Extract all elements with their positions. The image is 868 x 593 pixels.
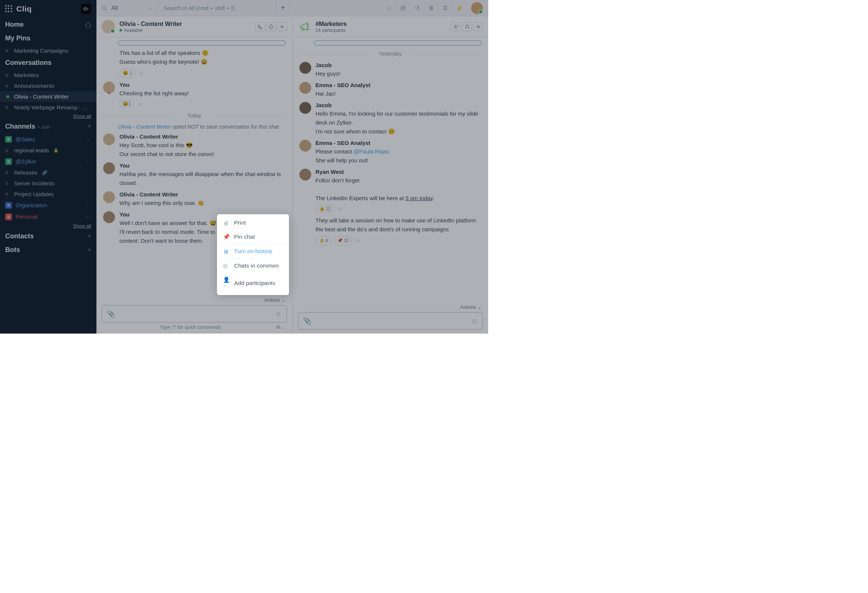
- ctx-add-participants[interactable]: 👤⁺Add participants: [217, 273, 289, 294]
- pin-item[interactable]: #Marketing Campaigns: [0, 45, 96, 56]
- message-avatar[interactable]: [299, 140, 311, 152]
- files-icon[interactable]: 🗎: [429, 3, 438, 13]
- chat-body-right[interactable]: YesterdayJacobHey guys!Emma - SEO Analys…: [293, 37, 489, 303]
- topbar: All ⌄ Search in All (cmd + shift + f) + …: [96, 0, 488, 16]
- message: JacobHey guys!: [299, 62, 482, 78]
- home-icon: [85, 22, 91, 28]
- brand-label: Cliq: [16, 4, 32, 13]
- attachment-preview[interactable]: [314, 40, 482, 46]
- chat-title: Olivia - Content Writer: [120, 21, 251, 27]
- actions-dropdown-left[interactable]: Actions ⌄: [96, 296, 292, 303]
- message-avatar[interactable]: [103, 191, 115, 203]
- message-author: You: [120, 81, 286, 88]
- message-avatar[interactable]: [103, 211, 115, 223]
- bell-button-right[interactable]: [462, 22, 472, 31]
- actions-dropdown-right[interactable]: Actions ⌄: [293, 303, 489, 310]
- close-pane-right[interactable]: ✕: [473, 22, 483, 31]
- attach-icon[interactable]: 📎: [107, 310, 115, 318]
- message-avatar[interactable]: [299, 62, 311, 74]
- conversation-item[interactable]: #Announcements: [0, 81, 96, 91]
- conversation-item[interactable]: Olivia - Content Writer: [0, 91, 96, 102]
- channel-item[interactable]: ⊞Organization⋯: [0, 199, 96, 211]
- conversations-show-all[interactable]: Show all: [0, 113, 96, 120]
- ctx-print[interactable]: 🖨Print: [217, 216, 289, 230]
- reaction-pill[interactable]: 😀1: [120, 100, 134, 107]
- emoji-icon[interactable]: ☺: [275, 310, 282, 318]
- add-reaction[interactable]: ☺: [136, 100, 144, 107]
- add-reaction[interactable]: ☺: [354, 237, 362, 244]
- conversation-item[interactable]: #Notely Webpage Revamp : …: [0, 102, 96, 113]
- reaction-pill[interactable]: 👌 8: [316, 236, 332, 245]
- attach-icon-right[interactable]: 📎: [303, 317, 311, 325]
- add-contact-icon[interactable]: +: [87, 232, 91, 240]
- channels-show-all[interactable]: Show all: [0, 222, 96, 230]
- channel-item[interactable]: ⊞Personal⋯: [0, 211, 96, 222]
- svg-point-1: [455, 25, 456, 27]
- emoji-icon-right[interactable]: ☺: [471, 317, 478, 325]
- channel-item[interactable]: ⊞@Sales⋯: [0, 134, 96, 145]
- compose-input-left[interactable]: 📎 ☺: [102, 305, 287, 323]
- ctx-chats-in-common[interactable]: ◎Chats in common: [217, 259, 289, 273]
- plug-icon[interactable]: ⚡: [457, 3, 466, 13]
- date-divider: Yesterday: [299, 51, 482, 57]
- message: Olivia - Content WriterWhy am I seeing t…: [103, 191, 286, 207]
- message-author: Jacob: [316, 62, 482, 68]
- call-button[interactable]: [255, 22, 265, 31]
- channel-item[interactable]: ⊞@Zylker⋯: [0, 156, 96, 167]
- apps-grid-icon[interactable]: [5, 5, 13, 13]
- message: Olivia - Content WriterHey Scott, how co…: [103, 134, 286, 159]
- bots-nav[interactable]: Bots +: [0, 243, 96, 257]
- close-pane-button[interactable]: ✕: [278, 22, 287, 31]
- channel-item[interactable]: #Releases🔗: [0, 167, 96, 178]
- chat-header-left: Olivia - Content Writer Available ✕: [96, 16, 292, 37]
- add-reaction[interactable]: ☺: [336, 205, 344, 212]
- contacts-nav[interactable]: Contacts +: [0, 230, 96, 243]
- star-icon[interactable]: ☆: [387, 3, 396, 13]
- compose-input-right[interactable]: 📎 ☺: [298, 312, 483, 330]
- new-chat-button[interactable]: +: [276, 0, 290, 16]
- message-avatar[interactable]: [299, 169, 311, 181]
- search-scope[interactable]: All ⌄: [96, 0, 158, 16]
- compose-mode: M ↓: [276, 324, 284, 330]
- message-avatar[interactable]: [103, 134, 115, 145]
- chat-pane-right: #Marketers 24 participants ✕ YesterdayJa…: [293, 16, 489, 334]
- message-text: Why am I seeing this only now. 👏: [120, 199, 286, 207]
- message-avatar[interactable]: [103, 162, 115, 174]
- add-channel-icon[interactable]: +: [87, 123, 91, 131]
- compose-hint: Type "/" for quick commands: [160, 324, 221, 330]
- attachment-preview[interactable]: [118, 40, 286, 46]
- message: Ryan WestFolks! don't forget The LinkedI…: [299, 169, 482, 212]
- channels-label: Channels• Join +: [0, 120, 96, 134]
- message-author: Ryan West: [316, 169, 482, 175]
- ctx-pin-chat[interactable]: 📌Pin chat: [217, 230, 289, 244]
- message-avatar[interactable]: ★: [103, 81, 115, 93]
- bell-button[interactable]: [266, 22, 276, 31]
- calendar-icon[interactable]: 🗓: [443, 3, 453, 13]
- message-text: Hey guys!: [316, 69, 482, 78]
- channel-item[interactable]: #Project Updates: [0, 189, 96, 199]
- home-nav[interactable]: Home: [0, 18, 96, 31]
- add-reaction[interactable]: ☺: [137, 70, 145, 77]
- reaction-pill[interactable]: 👍 12: [316, 205, 334, 212]
- global-search-input[interactable]: Search in All (cmd + shift + f): [158, 0, 276, 16]
- conversation-item[interactable]: #Marketers: [0, 70, 96, 81]
- profile-avatar[interactable]: [471, 2, 483, 14]
- status-label: Available: [124, 28, 143, 33]
- reaction-pill[interactable]: 😮 1: [120, 69, 136, 78]
- message-avatar[interactable]: [299, 102, 311, 114]
- add-people-button[interactable]: [451, 22, 461, 31]
- channel-item[interactable]: #regional-leads🔒: [0, 145, 96, 156]
- message: Emma - SEO AnalystPlease contact @Paula …: [299, 140, 482, 165]
- add-bot-icon[interactable]: +: [87, 246, 91, 254]
- history-icon[interactable]: ↺: [415, 3, 424, 13]
- message-text: Hahha yes, the messages will disappear w…: [120, 170, 286, 188]
- ctx-turn-on-history[interactable]: 🖥Turn on history: [217, 244, 289, 259]
- mentions-icon[interactable]: @: [401, 3, 410, 13]
- message: Emma - SEO AnalystHai Jac!: [299, 82, 482, 98]
- sound-button[interactable]: [81, 4, 91, 14]
- reaction-pill[interactable]: 📌 10: [334, 236, 353, 245]
- message: JacobHello Emma, I'm looking for our cus…: [299, 102, 482, 136]
- channel-item[interactable]: #Server Incidents: [0, 178, 96, 189]
- message-avatar[interactable]: [299, 82, 311, 94]
- header-avatar[interactable]: [102, 20, 115, 33]
